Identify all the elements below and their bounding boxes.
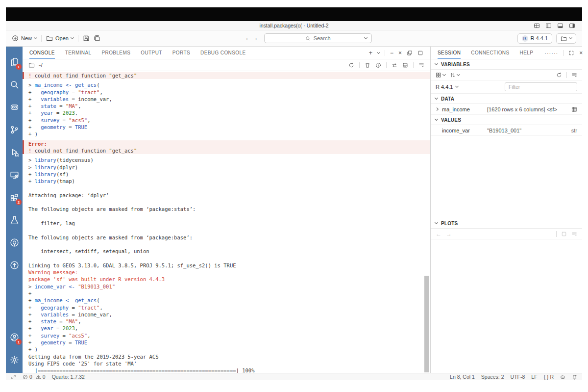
minimize-panel-button[interactable]: −	[390, 50, 393, 56]
clear-console-icon[interactable]	[418, 62, 424, 68]
data-section-header[interactable]: DATA	[431, 94, 582, 104]
group-mode-button[interactable]	[436, 72, 445, 78]
nav-back-icon[interactable]: ‹	[246, 35, 248, 42]
sort-mode-button[interactable]	[450, 72, 460, 78]
console-line: > income_var <- "B19013_001"	[23, 283, 430, 290]
restore-panel-icon[interactable]	[407, 50, 413, 56]
console-error-line: ! could not find function "get_acs"	[23, 72, 430, 79]
working-directory[interactable]: ~/	[38, 62, 42, 68]
sidebar-item-github[interactable]	[6, 231, 23, 254]
variables-section-header[interactable]: VARIABLES	[431, 59, 582, 70]
refresh-variables-icon[interactable]	[556, 72, 562, 78]
move-panel-icon[interactable]	[402, 62, 408, 68]
tab-output[interactable]: OUTPUT	[141, 47, 162, 59]
console-line: + geometry = TRUE	[23, 339, 430, 346]
plots-section-header[interactable]: PLOTS	[431, 218, 582, 229]
console-line: + year = 2023,	[23, 109, 430, 116]
session-selector-row: R 4.4.1	[431, 80, 582, 94]
customize-layout-icon[interactable]	[534, 23, 540, 29]
toolbar-divider	[41, 35, 42, 42]
warning-count: 0	[43, 374, 46, 380]
search-input[interactable]: Search	[264, 33, 372, 43]
tab-debug-console[interactable]: DEBUG CONSOLE	[200, 47, 245, 59]
variable-row-ma-income[interactable]: ma_income [1620 rows x 6 columns] <sf>	[431, 104, 582, 115]
nav-forward-icon[interactable]: ›	[255, 35, 257, 42]
more-actions-icon[interactable]: ···	[551, 50, 558, 56]
sidebar-item-extensions[interactable]: 2	[6, 186, 23, 209]
assistant-status-icon[interactable]	[560, 374, 565, 380]
divider	[359, 62, 360, 68]
workspace-folder-button[interactable]	[556, 33, 576, 44]
title-bar: install.packages(c( · Untitled-2	[6, 21, 582, 30]
sidebar-item-remote-explorer[interactable]	[6, 163, 23, 186]
sidebar-item-search[interactable]	[6, 73, 23, 96]
save-plot-icon[interactable]	[561, 231, 567, 237]
sidebar-item-settings[interactable]	[6, 348, 23, 371]
cursor-position[interactable]: Ln 8, Col 1	[450, 374, 475, 380]
interrupt-icon[interactable]	[375, 62, 381, 68]
indentation-setting[interactable]: Spaces: 2	[481, 374, 504, 380]
tab-console[interactable]: CONSOLE	[29, 47, 55, 59]
variable-name: ma_income	[442, 106, 487, 112]
scrollbar-thumb[interactable]	[424, 276, 429, 372]
sidebar-item-explorer[interactable]: 1	[6, 51, 23, 73]
remote-indicator[interactable]	[11, 374, 16, 380]
chevron-right-icon[interactable]	[435, 107, 439, 111]
folder-icon	[46, 35, 53, 42]
console-line: + variables = income_var,	[23, 311, 430, 318]
next-plot-icon[interactable]: →	[446, 231, 452, 237]
plus-circle-icon	[12, 35, 19, 42]
sidebar-item-assistant[interactable]	[6, 96, 23, 118]
save-button[interactable]	[83, 35, 90, 42]
toggle-sidebar-icon[interactable]	[545, 23, 552, 29]
problems-indicator[interactable]: 0 0	[23, 374, 46, 380]
close-panel-button[interactable]: ×	[398, 50, 402, 56]
grid-view-icon	[436, 72, 441, 78]
toggle-panel-icon[interactable]	[557, 23, 564, 29]
sidebar-item-testing[interactable]	[6, 209, 23, 231]
sidebar-item-run-debug[interactable]	[6, 141, 23, 163]
sidebar-item-account[interactable]: 1	[6, 326, 23, 348]
variables-filter-input[interactable]	[505, 82, 577, 91]
values-section-header[interactable]: VALUES	[431, 115, 582, 125]
trash-icon[interactable]	[365, 62, 370, 68]
sidebar-item-publish[interactable]	[6, 254, 23, 276]
console-output[interactable]: ! could not find function "get_acs"> ma_…	[23, 71, 430, 373]
tab-help[interactable]: HELP	[520, 47, 534, 59]
new-console-button[interactable]: +	[368, 49, 372, 56]
chevron-down-icon[interactable]	[377, 50, 380, 53]
tab-terminal[interactable]: TERMINAL	[65, 47, 92, 59]
open-button[interactable]: Open	[46, 35, 74, 42]
sidebar-item-source-control[interactable]	[6, 118, 23, 141]
close-sidebar-button[interactable]: ×	[579, 50, 583, 56]
clear-plots-icon[interactable]	[571, 231, 577, 237]
save-all-button[interactable]	[94, 35, 100, 42]
console-error-line: ! could not find function "get_acs"	[23, 147, 430, 154]
gear-icon	[10, 355, 19, 365]
previous-plot-icon[interactable]: ←	[436, 231, 441, 237]
maximize-panel-icon[interactable]	[417, 50, 423, 56]
interpreter-button[interactable]: R R 4.4.1	[517, 33, 552, 44]
expand-panel-icon[interactable]	[568, 50, 574, 56]
more-tabs-icon[interactable]: ···	[544, 50, 551, 56]
new-button[interactable]: New	[12, 35, 37, 42]
variable-row-income-var[interactable]: income_var "B19013_001" str	[431, 125, 582, 136]
eol-setting[interactable]: LF	[531, 374, 537, 380]
notifications-bell-icon[interactable]	[572, 374, 577, 380]
open-data-viewer-icon[interactable]	[571, 106, 577, 112]
toggle-secondary-sidebar-icon[interactable]	[569, 23, 575, 29]
tab-ports[interactable]: PORTS	[172, 47, 190, 59]
tab-problems[interactable]: PROBLEMS	[101, 47, 130, 59]
tab-connections[interactable]: CONNECTIONS	[471, 47, 509, 59]
encoding-setting[interactable]: UTF-8	[511, 374, 525, 380]
assistant-icon	[10, 103, 19, 112]
swap-console-icon[interactable]	[392, 62, 397, 68]
session-label[interactable]: R 4.4.1	[436, 84, 453, 90]
language-mode[interactable]: { } R	[544, 374, 554, 380]
tab-session[interactable]: SESSION	[438, 47, 461, 59]
quarto-version[interactable]: Quarto: 1.7.32	[52, 374, 85, 380]
chevron-down-icon	[435, 117, 438, 121]
restart-console-icon[interactable]	[348, 62, 354, 68]
search-icon	[305, 36, 311, 41]
clear-variables-icon[interactable]	[571, 72, 577, 78]
